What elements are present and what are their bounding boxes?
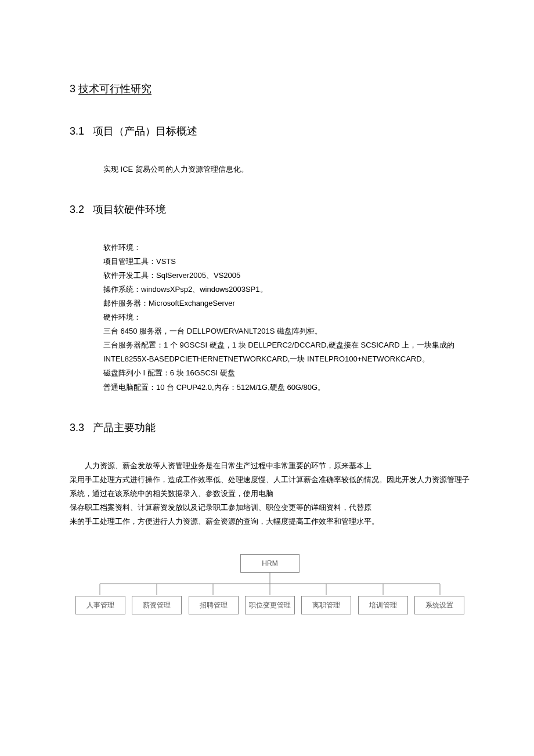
paragraph: 人力资源、薪金发放等人资管理业务是在日常生产过程中非常重要的环节，原来基本上 bbox=[70, 459, 470, 473]
env-line: 普通电脑配置：10 台 CPUP42.0,内存：512M/1G,硬盘 60G/8… bbox=[103, 381, 470, 395]
paragraph: 来的手工处理工作，方便进行人力资源、薪金资源的查询，大幅度提高工作效率和管理水平… bbox=[70, 515, 470, 529]
env-line: 三台 6450 服务器，一台 DELLPOWERVANLT201S 磁盘阵列柜。 bbox=[103, 324, 470, 338]
env-line: 项目管理工具：VSTS bbox=[103, 255, 470, 269]
document-page: 3 技术可行性研究 3.1 项目（产品）目标概述 实现 ICE 贸易公司的人力资… bbox=[0, 0, 534, 756]
env-line: 操作系统：windowsXPsp2、windows2003SP1。 bbox=[103, 283, 470, 296]
subsection-number: 3.1 bbox=[70, 125, 84, 137]
env-line: 磁盘阵列小 I 配置：6 块 16GSCSI 硬盘 bbox=[103, 366, 470, 380]
env-line: 软件环境： bbox=[103, 241, 470, 255]
subsection-title: 项目软硬件环境 bbox=[93, 204, 166, 215]
subsection-number: 3.2 bbox=[70, 204, 84, 215]
org-chart-connectors bbox=[75, 572, 464, 595]
org-chart-root-box: HRM bbox=[240, 554, 300, 573]
paragraph: 实现 ICE 贸易公司的人力资源管理信息化。 bbox=[103, 162, 470, 176]
subsection-title: 产品主要功能 bbox=[93, 422, 156, 433]
org-chart-child-box: 培训管理 bbox=[358, 596, 408, 614]
section-3-1-heading: 3.1 项目（产品）目标概述 bbox=[70, 124, 470, 139]
subsection-title: 项目（产品）目标概述 bbox=[93, 125, 197, 137]
env-line: 邮件服务器：MicrosoftExchangeServer bbox=[103, 296, 470, 310]
org-chart-children-row: 人事管理 薪资管理 招聘管理 职位变更管理 离职管理 培训管理 系统设置 bbox=[75, 596, 464, 614]
paragraph: 采用手工处理方式进行操作，造成工作效率低、处理速度慢、人工计算薪金准确率较低的情… bbox=[70, 473, 470, 501]
org-chart-child-box: 职位变更管理 bbox=[245, 596, 295, 614]
org-chart-child-box: 薪资管理 bbox=[132, 596, 182, 614]
subsection-number: 3.3 bbox=[70, 422, 84, 433]
org-chart: HRM 人事管理 薪资 bbox=[70, 554, 470, 614]
paragraph: 保存职工档案资料、计算薪资发放以及记录职工参加培训、职位变更等的详细资料，代替原 bbox=[70, 501, 470, 515]
section-3-2-body: 软件环境： 项目管理工具：VSTS 软件开发工具：SqlServer2005、V… bbox=[103, 241, 470, 395]
org-chart-child-box: 系统设置 bbox=[414, 596, 464, 614]
env-line: 三台服务器配置：1 个 9GSCSI 硬盘，1 块 DELLPERC2/DCCA… bbox=[103, 338, 470, 366]
section-title: 技术可行性研究 bbox=[78, 83, 151, 95]
section-3-2-heading: 3.2 项目软硬件环境 bbox=[70, 202, 470, 218]
section-number: 3 bbox=[70, 83, 75, 95]
section-3-heading: 3 技术可行性研究 bbox=[70, 81, 470, 97]
org-chart-child-box: 离职管理 bbox=[301, 596, 351, 614]
section-3-3-body: 人力资源、薪金发放等人资管理业务是在日常生产过程中非常重要的环节，原来基本上 采… bbox=[70, 459, 470, 529]
section-3-1-body: 实现 ICE 贸易公司的人力资源管理信息化。 bbox=[103, 162, 470, 176]
org-chart-child-box: 招聘管理 bbox=[189, 596, 239, 614]
org-chart-inner: HRM 人事管理 薪资 bbox=[75, 554, 464, 614]
section-3-3-heading: 3.3 产品主要功能 bbox=[70, 420, 470, 436]
env-line: 硬件环境： bbox=[103, 310, 470, 324]
org-chart-child-box: 人事管理 bbox=[75, 596, 125, 614]
env-line: 软件开发工具：SqlServer2005、VS2005 bbox=[103, 269, 470, 283]
